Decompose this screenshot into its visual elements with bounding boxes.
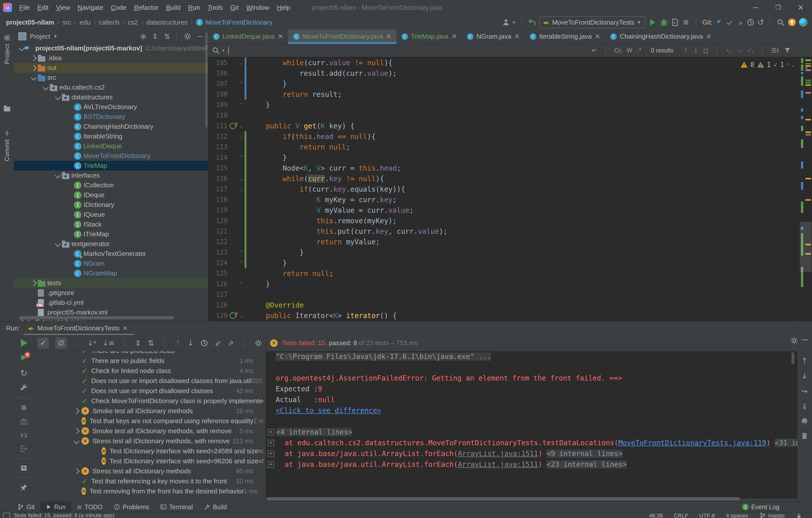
test-row[interactable]: ✕Test removing from the front has the de…	[34, 486, 263, 496]
fold-marker[interactable]: ⌄	[238, 186, 244, 192]
expand-fold-icon[interactable]: +	[268, 451, 274, 457]
tree-item-ngram[interactable]: CNGram	[14, 258, 208, 268]
menu-navigate[interactable]: Navigate	[74, 4, 107, 11]
tree-item-icollection[interactable]: IICollection	[14, 180, 208, 190]
menu-git[interactable]: Git	[227, 4, 242, 11]
breadcrumb-item[interactable]: caltech	[99, 19, 119, 26]
console-vertical-scrollbar[interactable]	[791, 352, 794, 364]
code-line-127[interactable]: 127	[208, 289, 812, 300]
tool-window-button-run[interactable]: Run	[40, 502, 71, 512]
tree-item-markovtextgenerator[interactable]: CMarkovTextGenerator	[14, 249, 208, 258]
console-line[interactable]	[266, 362, 798, 373]
tree-item-linkeddeque[interactable]: CLinkedDeque	[14, 141, 208, 151]
settings-gear-icon[interactable]	[183, 32, 192, 40]
chevron-right-icon[interactable]	[19, 319, 25, 321]
breadcrumb-item[interactable]: edu	[80, 19, 90, 26]
todo-list-icon[interactable]: ≡	[77, 503, 82, 511]
chevron-down-icon[interactable]	[19, 45, 25, 51]
menu-tools[interactable]: Tools	[204, 4, 227, 11]
run-tab[interactable]: ◂▸ MoveToFrontDictionaryTests ✕	[25, 322, 130, 335]
hide-panel-icon[interactable]: ─	[800, 335, 810, 345]
close-tab-icon[interactable]: ✕	[452, 33, 457, 40]
ignore-toggle-icon[interactable]: ∅	[55, 338, 67, 349]
chevron-down-icon[interactable]: ▼	[53, 34, 58, 39]
search-icon[interactable]	[211, 46, 220, 55]
find-in-selection-icon[interactable]: ◻	[703, 47, 708, 54]
stack-trace-link[interactable]: <Click to see difference>	[276, 406, 381, 415]
collapse-all-icon[interactable]: ⇅	[148, 339, 154, 348]
test-row[interactable]: ✓Does not use or import disallowed class…	[34, 376, 263, 386]
update-orange-icon[interactable]	[787, 18, 796, 27]
lock-icon[interactable]	[796, 513, 802, 518]
settings-gear-icon[interactable]	[254, 339, 262, 347]
play-small-icon[interactable]	[46, 504, 52, 510]
close-tab-icon[interactable]: ✕	[122, 325, 127, 332]
build-hammer-icon[interactable]	[204, 504, 210, 510]
tree-item-itriemap[interactable]: IITrieMap	[14, 229, 208, 239]
fold-marker[interactable]: ⌄	[238, 133, 244, 140]
fold-marker[interactable]: ⌄	[238, 312, 244, 319]
regex-toggle[interactable]: .*	[637, 47, 641, 54]
code-line-112[interactable]: 112⌄ if(this.head == null){	[208, 131, 812, 142]
code-line-108[interactable]: 108 return result;	[208, 89, 812, 100]
check-toggle-icon[interactable]: ✓	[37, 338, 49, 349]
menu-run[interactable]: Run	[184, 4, 204, 11]
console-line[interactable]: + at java.base/java.util.ArrayList.forEa…	[266, 448, 798, 459]
close-tab-icon[interactable]: ✕	[514, 33, 520, 40]
pin-icon[interactable]	[20, 483, 28, 491]
history-clock-icon[interactable]	[200, 339, 208, 347]
tree-item-interfaces[interactable]: interfaces	[14, 170, 208, 180]
fold-marker[interactable]: ⌃	[238, 260, 244, 266]
chevron-right-icon[interactable]	[74, 428, 80, 434]
project-panel-title[interactable]: Project	[30, 33, 50, 40]
filter-lines-icon[interactable]: ☰ɪ	[772, 47, 779, 54]
problems-icon[interactable]	[114, 504, 120, 510]
tree-item-ngrammap[interactable]: CNGramMap	[14, 268, 208, 278]
terminal-icon[interactable]	[160, 504, 167, 510]
soft-wrap-icon[interactable]: ↪	[801, 387, 808, 396]
tree-item-project05-nllam[interactable]: project05-nllam [project05-markov]C:\Use…	[14, 44, 208, 53]
sidebar-tool-project[interactable]: Project	[0, 35, 14, 64]
chevron-down-icon[interactable]	[55, 94, 61, 100]
tab-chaininghashdictionary-java[interactable]: CChainingHashDictionary.java✕	[605, 30, 717, 44]
menu-build[interactable]: Build	[163, 4, 184, 11]
tool-window-button-git[interactable]: Git	[11, 502, 40, 512]
code-line-113[interactable]: 113 return null;	[208, 142, 812, 152]
tree-item-src[interactable]: src	[14, 73, 208, 83]
fold-marker[interactable]: ⌃	[238, 81, 244, 87]
chevron-down-icon[interactable]	[74, 438, 80, 444]
chevron-down-icon[interactable]: ▾	[222, 48, 224, 53]
tool-window-button-problems[interactable]: Problems	[108, 502, 155, 512]
scrollbar-thumb[interactable]	[800, 222, 812, 272]
menu-file[interactable]: File	[16, 4, 34, 11]
inspections-widget[interactable]: 8 1 ✓✓ 1 ⌃ ⌄	[740, 61, 794, 69]
test-row[interactable]: ✓There are no protected fields	[34, 351, 263, 356]
tree-item--idea[interactable]: .idea	[14, 53, 208, 63]
line-ending[interactable]: CRLF	[674, 513, 688, 518]
find-input[interactable]	[228, 47, 229, 54]
fold-marker[interactable]: ⌃	[238, 155, 244, 161]
wrench-icon[interactable]	[20, 384, 28, 392]
encoding[interactable]: UTF-8	[699, 513, 715, 518]
console-horizontal-scrollbar[interactable]	[266, 497, 740, 500]
tree-item-tests[interactable]: tests	[14, 278, 208, 288]
git-branch-icon[interactable]	[17, 503, 24, 511]
console-line[interactable]: org.opentest4j.AssertionFailedError: Get…	[266, 373, 798, 384]
code-line-124[interactable]: 124⌃ }	[208, 257, 812, 268]
camera-icon[interactable]	[20, 417, 28, 426]
test-row[interactable]: ✓Check for linked node class4 ms	[34, 366, 263, 376]
run-green-icon[interactable]	[19, 338, 29, 348]
debug-bug-icon[interactable]	[659, 18, 668, 27]
stop-icon[interactable]	[682, 18, 690, 26]
skip-test-icon[interactable]	[20, 431, 28, 439]
prev-occurrence-icon[interactable]: ↑	[683, 47, 688, 54]
expand-fold-icon[interactable]: +	[268, 440, 274, 446]
close-tab-icon[interactable]: ✕	[278, 33, 283, 40]
code-line-121[interactable]: 121 this.put(curr.key, curr.value);	[208, 226, 812, 237]
code-line-125[interactable]: 125 return null;	[208, 268, 812, 279]
code-line-115[interactable]: 115 Node<K, V> curr = this.head;	[208, 163, 812, 173]
git-branch-widget[interactable]: master	[759, 512, 785, 518]
expand-all-icon[interactable]: ⇕	[152, 32, 158, 40]
close-tab-icon[interactable]: ✕	[386, 33, 392, 40]
console-line[interactable]: Expected :9	[266, 384, 798, 394]
